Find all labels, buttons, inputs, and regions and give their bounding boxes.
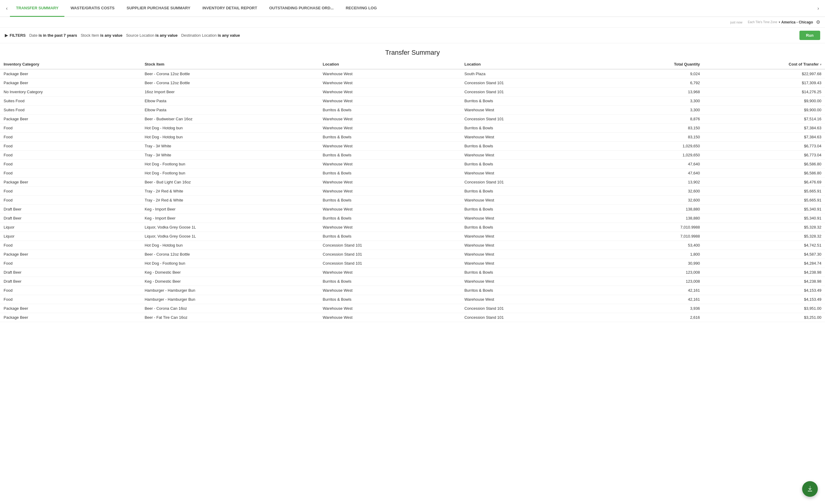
table-cell: Warehouse West xyxy=(319,286,461,295)
table-cell: Food xyxy=(0,169,141,178)
table-cell: Burritos & Bowls xyxy=(319,133,461,142)
table-row: FoodTray - 3# WhiteBurritos & BowlsWareh… xyxy=(0,151,825,160)
table-cell: Concession Stand 101 xyxy=(461,87,602,96)
settings-button[interactable]: ⚙ xyxy=(816,19,820,25)
table-cell: Package Beer xyxy=(0,313,141,322)
table-cell: Beer - Budweiser Can 16oz xyxy=(141,114,319,123)
nav-tab-supplier-purchase[interactable]: SUPPLIER PURCHASE SUMMARY xyxy=(121,0,197,17)
table-cell: Warehouse West xyxy=(461,232,602,241)
table-cell: $9,900.00 xyxy=(703,96,825,105)
table-cell: 138,880 xyxy=(602,214,703,223)
table-cell: Keg - Import Beer xyxy=(141,214,319,223)
run-button[interactable]: Run xyxy=(800,31,820,40)
table-row: FoodHot Dog - Hotdog bunBurritos & Bowls… xyxy=(0,133,825,142)
table-cell: $9,900.00 xyxy=(703,105,825,114)
table-row: FoodHot Dog - Footlong bunConcession Sta… xyxy=(0,259,825,268)
filters-toggle[interactable]: ▶ FILTERS xyxy=(5,33,25,37)
table-cell: Warehouse West xyxy=(319,268,461,277)
table-cell: $7,384.63 xyxy=(703,133,825,142)
table-cell: Package Beer xyxy=(0,178,141,187)
table-cell: Warehouse West xyxy=(461,214,602,223)
table-cell: Burritos & Bowls xyxy=(319,196,461,205)
table-cell: Burritos & Bowls xyxy=(461,96,602,105)
table-cell: Tray - 2# Red & White xyxy=(141,196,319,205)
table-cell: Warehouse West xyxy=(319,79,461,87)
table-cell: Warehouse West xyxy=(319,304,461,313)
table-row: FoodTray - 2# Red & WhiteWarehouse WestB… xyxy=(0,187,825,196)
top-nav: ‹ TRANSFER SUMMARYWASTE/GRATIS COSTSSUPP… xyxy=(0,0,825,17)
table-cell: Tray - 2# Red & White xyxy=(141,187,319,196)
nav-tab-transfer-summary[interactable]: TRANSFER SUMMARY xyxy=(10,0,64,17)
table-cell: 1,800 xyxy=(602,250,703,259)
table-cell: Food xyxy=(0,160,141,169)
table-row: No Inventory Category16oz Import BeerWar… xyxy=(0,87,825,96)
nav-prev-button[interactable]: ‹ xyxy=(4,4,10,12)
table-cell: Warehouse West xyxy=(319,69,461,79)
table-cell: Burritos & Bowls xyxy=(319,214,461,223)
table-cell: 47,640 xyxy=(602,169,703,178)
table-cell: Burritos & Bowls xyxy=(461,268,602,277)
nav-tab-waste-gratis[interactable]: WASTE/GRATIS COSTS xyxy=(64,0,120,17)
table-row: Package BeerBeer - Corona 12oz BottleWar… xyxy=(0,79,825,87)
table-cell: 42,161 xyxy=(602,286,703,295)
nav-tab-inventory-detail[interactable]: INVENTORY DETAIL REPORT xyxy=(197,0,263,17)
table-cell: Hot Dog - Hotdog bun xyxy=(141,133,319,142)
table-row: FoodHamburger - Hamburger BunWarehouse W… xyxy=(0,286,825,295)
table-cell: Concession Stand 101 xyxy=(461,313,602,322)
chevron-down-icon: ▾ xyxy=(779,20,780,24)
table-cell: $3,251.00 xyxy=(703,313,825,322)
table-cell: 13,968 xyxy=(602,87,703,96)
table-cell: Burritos & Bowls xyxy=(319,277,461,286)
table-cell: Warehouse West xyxy=(461,295,602,304)
table-cell: Liquor xyxy=(0,232,141,241)
table-cell: Warehouse West xyxy=(319,178,461,187)
timezone-container[interactable]: Each Tile's Time Zone ▾ America - Chicag… xyxy=(748,20,813,24)
nav-tabs: TRANSFER SUMMARYWASTE/GRATIS COSTSSUPPLI… xyxy=(10,0,815,16)
table-cell: $5,340.91 xyxy=(703,214,825,223)
filter-pill: Source Location is any value xyxy=(126,33,177,37)
table-cell: Food xyxy=(0,241,141,250)
col-header-location-from: Location xyxy=(319,60,461,69)
table-cell: Package Beer xyxy=(0,79,141,87)
table-cell: 8,876 xyxy=(602,114,703,123)
table-cell: Warehouse West xyxy=(461,241,602,250)
table-cell: 123,008 xyxy=(602,268,703,277)
table-cell: Warehouse West xyxy=(319,313,461,322)
table-cell: Warehouse West xyxy=(319,223,461,232)
table-cell: Warehouse West xyxy=(319,187,461,196)
table-cell: $5,328.32 xyxy=(703,232,825,241)
col-header-total-qty: Total Quantity xyxy=(602,60,703,69)
table-cell: Liquor, Vodka Grey Goose 1L xyxy=(141,223,319,232)
timezone-value: America - Chicago xyxy=(781,20,813,24)
table-cell: 30,990 xyxy=(602,259,703,268)
nav-next-button[interactable]: › xyxy=(815,4,821,12)
table-cell: $14,276.25 xyxy=(703,87,825,96)
table-cell: 123,008 xyxy=(602,277,703,286)
transfer-summary-table: Inventory CategoryStock ItemLocationLoca… xyxy=(0,60,825,322)
table-cell: Concession Stand 101 xyxy=(461,79,602,87)
table-cell: Burritos & Bowls xyxy=(319,295,461,304)
table-cell: Burritos & Bowls xyxy=(461,142,602,151)
table-row: LiquorLiquor, Vodka Grey Goose 1LWarehou… xyxy=(0,223,825,232)
table-cell: Concession Stand 101 xyxy=(461,304,602,313)
table-cell: Concession Stand 101 xyxy=(319,241,461,250)
table-cell: 3,300 xyxy=(602,105,703,114)
table-cell: Draft Beer xyxy=(0,205,141,214)
table-cell: Hot Dog - Footlong bun xyxy=(141,169,319,178)
table-cell: Hot Dog - Hotdog bun xyxy=(141,241,319,250)
table-cell: Package Beer xyxy=(0,250,141,259)
table-cell: 53,400 xyxy=(602,241,703,250)
table-row: Suites FoodElbow PastaWarehouse WestBurr… xyxy=(0,96,825,105)
col-header-cost[interactable]: Cost of Transfer▾ xyxy=(703,60,825,69)
table-cell: Food xyxy=(0,187,141,196)
nav-tab-receiving-log[interactable]: RECEIVING LOG xyxy=(340,0,383,17)
table-cell: $4,238.98 xyxy=(703,277,825,286)
table-cell: Beer - Bud Light Can 16oz xyxy=(141,178,319,187)
nav-tab-outstanding-purchase[interactable]: OUTSTANDING PURCHASE ORD... xyxy=(263,0,340,17)
table-row: FoodHot Dog - Hotdog bunWarehouse WestBu… xyxy=(0,123,825,133)
table-cell: Hot Dog - Footlong bun xyxy=(141,160,319,169)
table-cell: Warehouse West xyxy=(461,196,602,205)
table-row: Draft BeerKeg - Import BeerBurritos & Bo… xyxy=(0,214,825,223)
table-cell: $6,586.80 xyxy=(703,169,825,178)
table-cell: Burritos & Bowls xyxy=(319,169,461,178)
